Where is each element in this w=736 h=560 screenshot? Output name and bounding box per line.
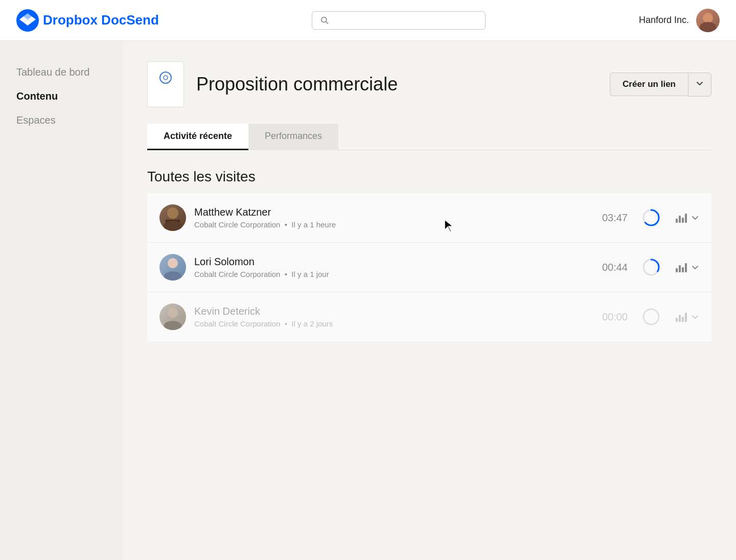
- chevron-down-icon-matthew[interactable]: [691, 214, 699, 222]
- bar-2: [679, 265, 681, 272]
- bar-4: [685, 214, 687, 223]
- visit-info-lori: Lori Solomon Cobalt Circle Corporation •…: [194, 256, 594, 278]
- svg-point-8: [643, 309, 659, 324]
- bar-1: [676, 219, 678, 223]
- visit-actions-lori: [676, 262, 699, 272]
- bar-4: [685, 313, 687, 322]
- sidebar-item-tableau[interactable]: Tableau de bord: [12, 61, 110, 83]
- document-thumbnail: [147, 61, 184, 107]
- visit-duration-lori: 00:44: [602, 262, 628, 273]
- visit-actions-kevin: [676, 312, 699, 322]
- visitor-time-lori: Il y a 1 jour: [291, 270, 329, 278]
- logo-text: Dropbox DocSend: [43, 12, 159, 28]
- bar-3: [682, 218, 684, 223]
- tab-performances[interactable]: Performances: [248, 124, 338, 150]
- avatar-image: [696, 9, 720, 32]
- user-area: Hanford Inc.: [639, 9, 720, 32]
- table-row: Matthew Katzner Cobalt Circle Corporatio…: [147, 193, 711, 243]
- table-row: Lori Solomon Cobalt Circle Corporation •…: [147, 243, 711, 292]
- dropbox-logo-icon: [16, 9, 39, 32]
- progress-circle-kevin: [642, 308, 660, 326]
- search-input[interactable]: [334, 16, 477, 25]
- thumbnail-logo-circle: [159, 72, 172, 84]
- sidebar-item-contenu[interactable]: Contenu: [12, 85, 110, 107]
- sidebar: Tableau de bord Contenu Espaces: [0, 41, 123, 560]
- tabs: Activité récente Performances: [147, 124, 711, 150]
- beard: [166, 220, 180, 227]
- chevron-down-icon-lori[interactable]: [691, 263, 699, 271]
- document-header: Proposition commerciale Créer un lien: [147, 61, 711, 107]
- bar-1: [676, 268, 678, 272]
- bar-2: [679, 315, 681, 322]
- visit-info-matthew: Matthew Katzner Cobalt Circle Corporatio…: [194, 206, 594, 229]
- visitor-time-matthew: Il y a 1 heure: [291, 220, 336, 229]
- visitor-meta-matthew: Cobalt Circle Corporation • Il y a 1 heu…: [194, 220, 594, 229]
- visitor-meta-lori: Cobalt Circle Corporation • Il y a 1 jou…: [194, 270, 594, 278]
- search-bar[interactable]: [312, 11, 486, 30]
- chevron-down-icon-kevin[interactable]: [691, 313, 699, 321]
- avatar-matthew: [159, 204, 186, 231]
- visitor-name-lori: Lori Solomon: [194, 256, 594, 268]
- progress-circle-lori: [642, 258, 660, 276]
- create-link-button-group: Créer un lien: [610, 73, 711, 97]
- logo: Dropbox DocSend: [16, 9, 159, 32]
- create-link-chevron-button[interactable]: [688, 73, 711, 97]
- logo-dropbox: Dropbox: [43, 12, 101, 28]
- thumbnail-logo-icon: [163, 75, 169, 81]
- main-content: Proposition commerciale Créer un lien Ac…: [123, 41, 736, 560]
- section-title: Toutes les visites: [147, 169, 711, 185]
- table-row: Kevin Deterick Cobalt Circle Corporation…: [147, 292, 711, 341]
- bar-4: [685, 263, 687, 272]
- avatar-lori: [159, 254, 186, 281]
- visitor-meta-kevin: Cobalt Circle Corporation • Il y a 2 jou…: [194, 319, 594, 328]
- progress-circle-matthew: [642, 208, 660, 227]
- bar-2: [679, 216, 681, 223]
- bar-3: [682, 267, 684, 272]
- search-icon: [320, 16, 329, 25]
- visit-duration-kevin: 00:00: [602, 311, 628, 323]
- create-link-button[interactable]: Créer un lien: [610, 73, 688, 96]
- visitor-name-kevin: Kevin Deterick: [194, 306, 594, 317]
- bar-chart-icon-matthew[interactable]: [676, 213, 687, 223]
- visit-info-kevin: Kevin Deterick Cobalt Circle Corporation…: [194, 306, 594, 328]
- visitor-name-matthew: Matthew Katzner: [194, 206, 594, 218]
- header: Dropbox DocSend Hanford Inc.: [0, 0, 736, 41]
- bar-chart-icon-kevin[interactable]: [676, 312, 687, 322]
- visitor-company-kevin: Cobalt Circle Corporation: [194, 319, 280, 328]
- avatar-kevin: [159, 304, 186, 330]
- svg-line-2: [326, 21, 328, 24]
- user-name: Hanford Inc.: [639, 15, 689, 26]
- document-title: Proposition commerciale: [196, 74, 597, 95]
- bar-1: [676, 318, 678, 322]
- visitor-company-matthew: Cobalt Circle Corporation: [194, 220, 280, 229]
- visit-list: Matthew Katzner Cobalt Circle Corporatio…: [147, 193, 711, 341]
- sidebar-item-espaces[interactable]: Espaces: [12, 109, 110, 131]
- layout: Tableau de bord Contenu Espaces: [0, 41, 736, 560]
- bar-chart-icon-lori[interactable]: [676, 262, 687, 272]
- visitor-time-kevin: Il y a 2 jours: [291, 319, 333, 328]
- logo-docsend: DocSend: [101, 12, 159, 28]
- tab-activite-recente[interactable]: Activité récente: [147, 124, 248, 150]
- svg-point-3: [164, 76, 168, 80]
- visitor-company-lori: Cobalt Circle Corporation: [194, 270, 280, 278]
- bar-3: [682, 317, 684, 322]
- avatar[interactable]: [696, 9, 720, 32]
- visit-actions-matthew: [676, 213, 699, 223]
- chevron-down-icon: [696, 79, 704, 87]
- visit-duration-matthew: 03:47: [602, 212, 628, 224]
